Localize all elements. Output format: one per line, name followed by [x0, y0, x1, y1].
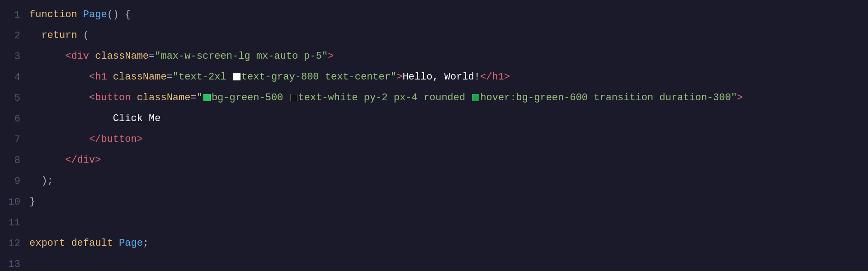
token: </div> [65, 150, 101, 171]
token: Page [83, 5, 107, 25]
token [29, 129, 89, 150]
token: return [41, 25, 77, 46]
token: ( [77, 25, 89, 46]
line-number-9: 9 [5, 176, 29, 187]
line-content-4: <h1 className="text-2xl text-gray-800 te… [29, 67, 510, 88]
token: className [137, 88, 191, 108]
code-line-6: 6 Click Me [0, 108, 868, 129]
code-line-1: 1 function Page() { [0, 5, 868, 25]
line-number-2: 2 [5, 30, 29, 42]
line-number-11: 11 [5, 217, 29, 229]
line-content-1: function Page() { [29, 5, 131, 25]
line-number-10: 10 [5, 196, 29, 208]
line-content-10: } [29, 192, 35, 212]
token: "max-w-screen-lg mx-auto p-5" [155, 46, 328, 67]
token: ; [143, 233, 149, 254]
code-line-12: 12 export default Page; [0, 233, 868, 254]
code-line-9: 9 ); [0, 171, 868, 192]
token [29, 150, 65, 171]
line-content-7: </button> [29, 129, 143, 150]
token: <h1 [89, 67, 113, 88]
line-number-12: 12 [5, 238, 29, 249]
token: default [71, 233, 119, 254]
token: <div [65, 46, 95, 67]
line-content-5: <button className="bg-green-500 text-whi… [29, 88, 743, 108]
token: text-white py-2 px-4 rounded [298, 88, 472, 108]
token: ); [29, 171, 53, 192]
code-line-13: 13 [0, 254, 868, 271]
line-content-8: </div> [29, 150, 101, 171]
line-content-2: return ( [29, 25, 89, 46]
token: } [29, 192, 35, 212]
line-content-11 [29, 212, 35, 233]
line-content-6: Click Me [29, 108, 160, 129]
color-swatch-white [233, 73, 241, 80]
token: className [113, 67, 167, 88]
code-line-4: 4 <h1 className="text-2xl text-gray-800 … [0, 67, 868, 88]
token: > [737, 88, 743, 108]
color-swatch-darkgreen [472, 94, 479, 101]
token [29, 108, 113, 129]
token [29, 25, 41, 46]
line-number-1: 1 [5, 9, 29, 21]
color-swatch-green [203, 94, 211, 101]
token [29, 46, 65, 67]
token: Page [119, 233, 143, 254]
token [29, 67, 89, 88]
line-number-8: 8 [5, 155, 29, 166]
token: = [190, 88, 196, 108]
token: bg-green-500 [212, 88, 289, 108]
color-swatch-black [290, 94, 297, 101]
token: function [29, 5, 83, 25]
line-content-3: <div className="max-w-screen-lg mx-auto … [29, 46, 334, 67]
code-line-5: 5 <button className="bg-green-500 text-w… [0, 88, 868, 108]
line-content-9: ); [29, 171, 53, 192]
line-number-4: 4 [5, 72, 29, 83]
token: Hello, World! [402, 67, 480, 88]
line-content-12: export default Page; [29, 233, 149, 254]
token: className [95, 46, 149, 67]
token: Click Me [113, 108, 161, 129]
token: export [29, 233, 71, 254]
token: text-gray-800 text-center" [241, 67, 396, 88]
code-line-3: 3 <div className="max-w-screen-lg mx-aut… [0, 46, 868, 67]
code-line-7: 7 </button> [0, 129, 868, 150]
token: > [328, 46, 334, 67]
token: = [167, 67, 173, 88]
line-number-6: 6 [5, 113, 29, 125]
code-line-10: 10 } [0, 192, 868, 212]
token: hover:bg-green-600 transition duration-3… [480, 88, 737, 108]
line-number-5: 5 [5, 93, 29, 104]
line-number-3: 3 [5, 51, 29, 62]
code-line-11: 11 [0, 212, 868, 233]
token: = [149, 46, 155, 67]
code-editor: 1 function Page() { 2 return ( 3 <div cl… [0, 0, 868, 271]
token [29, 88, 89, 108]
token: "text-2xl [173, 67, 232, 88]
token: > [396, 67, 402, 88]
token: </h1> [480, 67, 510, 88]
code-line-2: 2 return ( [0, 25, 868, 46]
token: </button> [89, 129, 143, 150]
line-number-13: 13 [5, 259, 29, 270]
token: <button [89, 88, 137, 108]
code-line-8: 8 </div> [0, 150, 868, 171]
token: " [197, 88, 203, 108]
token: () { [107, 5, 131, 25]
line-content-13 [29, 254, 35, 271]
line-number-7: 7 [5, 134, 29, 145]
